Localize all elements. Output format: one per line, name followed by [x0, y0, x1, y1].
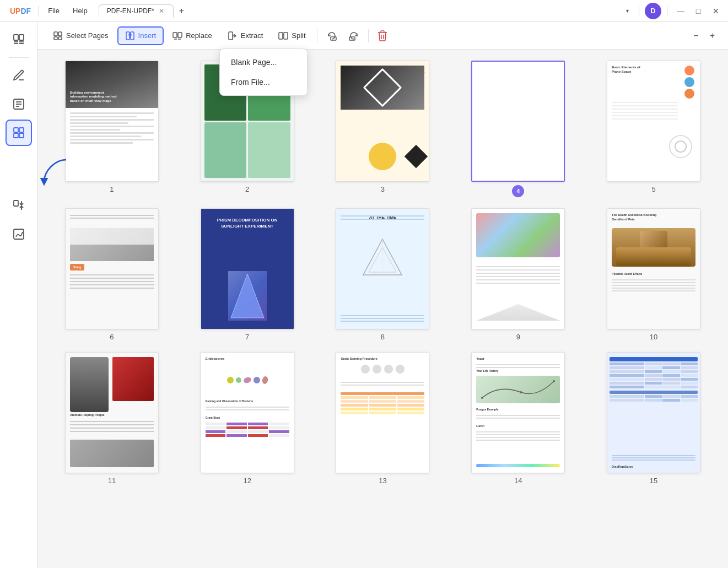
svg-point-42 [481, 397, 483, 399]
maximize-btn[interactable]: □ [691, 3, 706, 19]
svg-rect-0 [14, 35, 18, 40]
svg-rect-27 [229, 32, 233, 40]
blank-page-item[interactable]: Blank Page... [220, 52, 307, 72]
user-avatar[interactable]: D [645, 3, 661, 19]
svg-rect-19 [58, 32, 62, 36]
page-thumb-4[interactable] [471, 61, 565, 182]
insert-icon [125, 31, 135, 41]
select-pages-icon [53, 31, 63, 41]
zoom-in-btn[interactable]: + [705, 29, 719, 43]
add-tab-btn[interactable]: + [174, 4, 190, 18]
page-item-13[interactable]: Grain Staining Procedure [336, 352, 429, 485]
page-item-11[interactable]: Animals Helping People 11 [65, 352, 159, 485]
page-label-4: 4 [512, 185, 524, 197]
page-thumb-3[interactable]: GeometricPhilosophy [336, 61, 429, 182]
svg-rect-20 [54, 37, 57, 40]
main-layout: Select Pages Insert Blank Page... From F… [0, 22, 728, 568]
insert-btn[interactable]: Insert [117, 26, 164, 45]
active-tab[interactable]: PDF-EN-UPDF* ✕ [99, 4, 174, 18]
sidebar-divider-1 [9, 57, 29, 58]
page-item-5[interactable]: Basic Elements ofPlane Space [607, 61, 700, 197]
sidebar-edit-icon[interactable] [6, 91, 32, 117]
pages-grid: Building environment information modelin… [48, 61, 717, 485]
replace-icon [172, 31, 182, 41]
page-thumb-15[interactable]: DiscReptSales [607, 352, 700, 473]
page-thumb-5[interactable]: Basic Elements ofPlane Space [607, 61, 700, 182]
content-area: Building environment information modelin… [37, 50, 728, 568]
tab-dropdown-btn[interactable]: ▾ [622, 6, 633, 16]
page-item-4[interactable]: 4 [471, 61, 565, 197]
extract-btn[interactable]: Extract [221, 28, 269, 44]
page-label-7: 7 [245, 333, 249, 341]
page-item-9[interactable]: 9 [471, 208, 565, 341]
rotate-right-btn[interactable] [344, 27, 364, 45]
page-item-7[interactable]: PRISM DECOMPOSITION ON SUNLIGHT EXPERIME… [201, 208, 294, 341]
page-thumb-12[interactable]: Endospores Naming and Observation of Bac… [201, 352, 294, 473]
delete-btn[interactable] [373, 27, 392, 45]
svg-rect-10 [14, 128, 18, 132]
select-pages-btn[interactable]: Select Pages [46, 28, 115, 44]
page-label-13: 13 [379, 477, 386, 485]
menu-help[interactable]: Help [66, 4, 94, 17]
toolbar-sep-1 [317, 29, 317, 42]
svg-rect-14 [14, 201, 18, 206]
window-controls: ▾ D — □ ✕ [622, 3, 724, 19]
sidebar-sign-icon[interactable] [6, 221, 32, 247]
rotate-right-icon [348, 30, 359, 41]
svg-point-36 [670, 136, 692, 158]
replace-btn[interactable]: Replace [166, 28, 219, 44]
page-item-12[interactable]: Endospores Naming and Observation of Bac… [201, 352, 294, 485]
page-thumb-14[interactable]: Yeast Your Life History [471, 352, 565, 473]
menu-bar: File Help [41, 4, 94, 17]
page-label-10: 10 [650, 333, 657, 341]
close-btn[interactable]: ✕ [708, 3, 724, 19]
app-logo[interactable]: UPDF [4, 7, 36, 15]
svg-rect-1 [19, 35, 24, 40]
sidebar-annotate-icon[interactable] [6, 62, 32, 89]
rotate-left-btn[interactable] [322, 27, 342, 45]
toolbar: Select Pages Insert Blank Page... From F… [37, 22, 728, 50]
rotate-left-icon [326, 30, 337, 41]
svg-rect-12 [14, 133, 18, 138]
page-label-12: 12 [243, 477, 251, 485]
sidebar-organize-icon[interactable] [6, 120, 32, 146]
tab-label: PDF-EN-UPDF* [107, 7, 154, 15]
from-file-item[interactable]: From File... [220, 72, 307, 92]
minimize-btn[interactable]: — [673, 3, 688, 19]
tab-close-btn[interactable]: ✕ [158, 7, 165, 15]
page-item-15[interactable]: DiscReptSales 15 [607, 352, 700, 485]
extract-icon [228, 31, 238, 41]
toolbar-sep-2 [368, 29, 369, 42]
svg-rect-11 [19, 128, 24, 132]
tab-bar: PDF-EN-UPDF* ✕ + [99, 4, 622, 18]
page-item-14[interactable]: Yeast Your Life History [471, 352, 565, 485]
page-item-3[interactable]: GeometricPhilosophy 3 [336, 61, 429, 197]
split-btn[interactable]: Split [272, 28, 312, 44]
page-thumb-7[interactable]: PRISM DECOMPOSITION ON SUNLIGHT EXPERIME… [201, 208, 294, 329]
zoom-out-btn[interactable]: − [689, 29, 703, 43]
page-thumb-10[interactable]: The Health and Mood-BoostingBenefits of … [607, 208, 700, 329]
page-thumb-13[interactable]: Grain Staining Procedure [336, 352, 429, 473]
page-thumb-6[interactable]: String [65, 208, 159, 329]
page-item-1[interactable]: Building environment information modelin… [65, 61, 159, 197]
menu-file[interactable]: File [41, 4, 66, 17]
page-thumb-9[interactable] [471, 208, 565, 329]
insert-dropdown: Blank Page... From File... [219, 48, 308, 96]
sidebar-convert-icon[interactable] [6, 192, 32, 219]
page-item-8[interactable]: AT THE TIME [336, 208, 429, 341]
page-thumb-11[interactable]: Animals Helping People [65, 352, 159, 473]
page-label-5: 5 [651, 185, 655, 193]
page-label-1: 1 [110, 185, 114, 193]
left-sidebar [0, 22, 37, 568]
svg-rect-23 [131, 32, 134, 40]
sidebar-reader-icon[interactable] [6, 26, 32, 53]
title-bar: UPDF File Help PDF-EN-UPDF* ✕ + ▾ D — □ … [0, 0, 728, 22]
svg-rect-21 [58, 37, 62, 40]
svg-rect-30 [284, 33, 288, 39]
page-item-10[interactable]: The Health and Mood-BoostingBenefits of … [607, 208, 700, 341]
svg-rect-18 [54, 32, 57, 36]
sep2 [667, 6, 667, 17]
page-thumb-1[interactable]: Building environment information modelin… [65, 61, 159, 182]
page-item-6[interactable]: String 6 [65, 208, 159, 341]
page-thumb-8[interactable]: AT THE TIME [336, 208, 429, 329]
